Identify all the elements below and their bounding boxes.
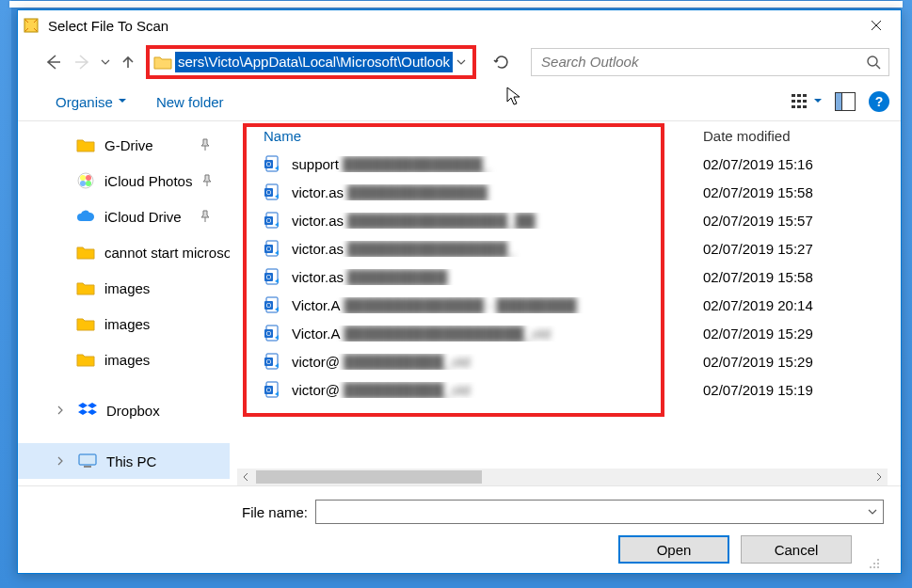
horizontal-scrollbar[interactable] bbox=[237, 469, 888, 485]
resize-grip[interactable] bbox=[867, 556, 880, 569]
folder-icon bbox=[76, 351, 95, 368]
chevron-right-icon bbox=[56, 456, 65, 466]
file-name: victor@██████████_old bbox=[292, 382, 703, 398]
sidebar-item-label: images bbox=[104, 352, 150, 368]
sidebar-item-dropbox[interactable]: Dropbox bbox=[18, 392, 230, 428]
svg-rect-5 bbox=[797, 94, 801, 97]
folder-icon bbox=[76, 136, 95, 153]
file-name: victor.as████████████████_██ bbox=[292, 213, 703, 229]
address-input[interactable]: sers\Victo\AppData\Local\Microsoft\Outlo… bbox=[175, 52, 453, 72]
close-button[interactable] bbox=[856, 10, 897, 40]
filename-dropdown-button[interactable] bbox=[868, 507, 877, 516]
view-options-button[interactable] bbox=[792, 93, 822, 110]
help-button[interactable]: ? bbox=[869, 91, 889, 112]
folder-icon bbox=[76, 172, 95, 189]
folder-icon bbox=[76, 315, 95, 332]
folder-icon bbox=[76, 279, 95, 296]
file-row[interactable]: OVictor.A██████████████ - ████████02/07/… bbox=[235, 291, 901, 319]
search-input[interactable] bbox=[539, 53, 866, 71]
pc-icon bbox=[78, 453, 97, 469]
file-row[interactable]: Ovictor.as████████████████_02/07/2019 15… bbox=[235, 234, 901, 262]
outlook-file-icon: O bbox=[264, 211, 282, 230]
open-button[interactable]: Open bbox=[618, 535, 729, 564]
outlook-file-icon: O bbox=[264, 295, 282, 314]
file-date: 02/07/2019 15:58 bbox=[703, 269, 901, 285]
file-row[interactable]: Ovictor.as██████████████02/07/2019 15:58 bbox=[235, 178, 901, 206]
preview-pane-button[interactable] bbox=[835, 92, 856, 111]
file-name: victor.as██████████████ bbox=[292, 184, 703, 200]
organise-button[interactable]: Organise bbox=[56, 94, 126, 110]
sidebar: G-DriveiCloud PhotosiCloud Drivecannot s… bbox=[18, 121, 230, 485]
sidebar-item-images3[interactable]: images bbox=[18, 342, 230, 377]
open-label: Open bbox=[657, 542, 692, 558]
chevron-down-icon bbox=[814, 98, 822, 105]
address-bar-highlight: sers\Victo\AppData\Local\Microsoft\Outlo… bbox=[146, 45, 476, 79]
column-header-date[interactable]: Date modified bbox=[703, 128, 901, 144]
file-row[interactable]: Ovictor@██████████_old02/07/2019 15:19 bbox=[235, 375, 901, 404]
sidebar-item-label: images bbox=[104, 316, 150, 332]
sidebar-item-label: Dropbox bbox=[106, 403, 160, 419]
address-dropdown-button[interactable] bbox=[453, 57, 470, 67]
outlook-file-icon: O bbox=[264, 380, 282, 399]
sidebar-item-images1[interactable]: images bbox=[18, 270, 230, 306]
folder-icon bbox=[76, 244, 95, 261]
svg-point-1 bbox=[868, 56, 877, 66]
sidebar-item-icphotos[interactable]: iCloud Photos bbox=[18, 163, 230, 199]
view-icon bbox=[792, 93, 810, 110]
svg-rect-8 bbox=[803, 94, 807, 97]
file-row[interactable]: Ovictor@██████████_old02/07/2019 15:29 bbox=[235, 347, 901, 375]
window-title: Select File To Scan bbox=[48, 18, 856, 34]
footer: File name: Open Cancel bbox=[18, 485, 901, 573]
file-date: 02/07/2019 15:29 bbox=[703, 326, 901, 342]
outlook-file-icon: O bbox=[264, 239, 282, 258]
refresh-button[interactable] bbox=[488, 48, 516, 76]
app-icon bbox=[24, 18, 39, 33]
file-row[interactable]: OVictor.A██████████████████_old02/07/201… bbox=[235, 319, 901, 347]
svg-point-49 bbox=[873, 566, 875, 568]
file-row[interactable]: Ovictor.as████████████████_██02/07/2019 … bbox=[235, 206, 901, 234]
scroll-left-button[interactable] bbox=[237, 469, 254, 485]
recent-locations-button[interactable] bbox=[101, 57, 110, 67]
main-area: G-DriveiCloud PhotosiCloud Drivecannot s… bbox=[18, 120, 901, 485]
up-button[interactable] bbox=[114, 48, 142, 76]
sidebar-item-this-pc[interactable]: This PC bbox=[18, 443, 230, 479]
search-box[interactable] bbox=[531, 48, 889, 76]
svg-rect-3 bbox=[792, 100, 795, 103]
outlook-file-icon: O bbox=[264, 267, 282, 286]
sidebar-item-label: cannot start microsoft outlook bbox=[104, 245, 230, 261]
scroll-right-button[interactable] bbox=[871, 469, 888, 485]
sidebar-item-label: iCloud Photos bbox=[104, 173, 192, 189]
svg-text:O: O bbox=[266, 302, 272, 309]
sidebar-item-cannot[interactable]: cannot start microsoft outlook bbox=[18, 234, 230, 270]
file-row[interactable]: Osupport██████████████_02/07/2019 15:16 bbox=[235, 150, 901, 178]
search-icon[interactable] bbox=[866, 55, 881, 70]
filename-input[interactable] bbox=[315, 500, 884, 524]
file-name: victor.as██████████ bbox=[292, 269, 703, 285]
sidebar-item-icdrive[interactable]: iCloud Drive bbox=[18, 199, 230, 234]
cancel-button[interactable]: Cancel bbox=[741, 535, 852, 564]
file-row[interactable]: Ovictor.as██████████02/07/2019 15:58 bbox=[235, 262, 901, 291]
svg-point-47 bbox=[877, 563, 879, 564]
file-name: Victor.A██████████████ - ████████ bbox=[292, 297, 703, 313]
svg-text:O: O bbox=[266, 189, 272, 196]
cancel-label: Cancel bbox=[775, 542, 819, 558]
sidebar-item-gdrive[interactable]: G-Drive bbox=[18, 127, 230, 163]
sidebar-item-label: images bbox=[104, 280, 150, 296]
scroll-thumb[interactable] bbox=[256, 470, 482, 484]
back-button[interactable] bbox=[39, 48, 67, 76]
svg-text:O: O bbox=[266, 358, 272, 365]
sidebar-item-label: This PC bbox=[106, 453, 156, 469]
forward-button[interactable] bbox=[69, 48, 97, 76]
svg-text:O: O bbox=[266, 387, 272, 393]
svg-rect-7 bbox=[797, 105, 801, 108]
filename-row: File name: bbox=[35, 500, 884, 524]
svg-rect-10 bbox=[803, 105, 807, 108]
new-folder-button[interactable]: New folder bbox=[156, 94, 224, 110]
pin-icon bbox=[201, 174, 213, 187]
outlook-file-icon: O bbox=[264, 183, 282, 201]
column-header-name[interactable]: Name bbox=[264, 128, 703, 144]
sidebar-item-images2[interactable]: images bbox=[18, 306, 230, 342]
organise-label: Organise bbox=[56, 94, 113, 110]
svg-text:O: O bbox=[266, 161, 272, 167]
file-date: 02/07/2019 15:57 bbox=[703, 213, 901, 229]
